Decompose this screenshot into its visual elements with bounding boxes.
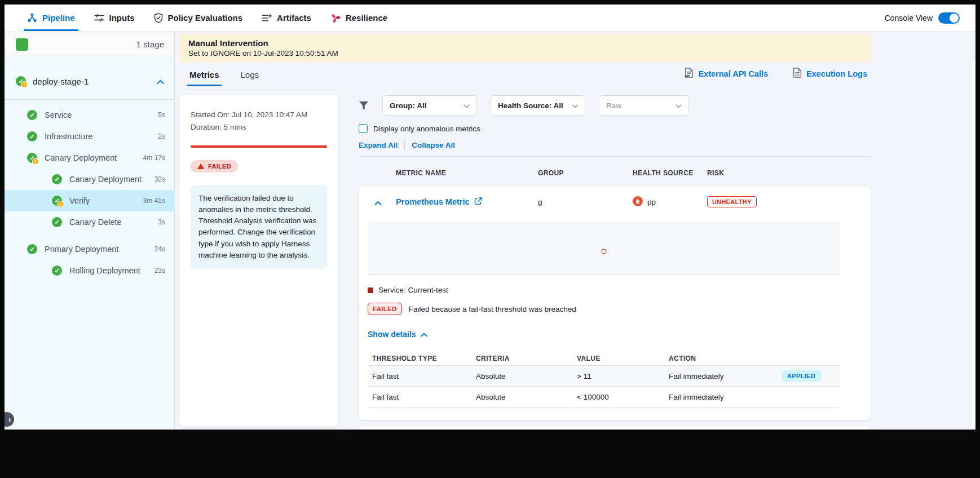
step-duration: 4m 17s	[143, 154, 165, 162]
step-duration: 24s	[154, 245, 165, 253]
collapse-all-link[interactable]: Collapse All	[412, 141, 455, 149]
verification-message: The verification failed due to anomalies…	[191, 185, 327, 269]
step-service[interactable]: Service 5s	[5, 104, 174, 126]
anomalous-checkbox-label: Display only anomalous metrics	[373, 125, 480, 133]
verification-failure-row: FAILED Failed because a fail-fast thresh…	[368, 303, 840, 315]
step-duration: 32s	[154, 175, 165, 183]
tab-metrics[interactable]: Metrics	[187, 70, 222, 86]
step-label: Service	[45, 110, 72, 119]
tab-artifacts[interactable]: Artifacts	[262, 5, 311, 31]
external-api-calls-link[interactable]: API External API Calls	[685, 68, 768, 86]
failed-progress-bar	[191, 145, 327, 148]
step-canary-deployment[interactable]: Canary Deployment 32s	[5, 169, 174, 190]
step-infrastructure[interactable]: Infrastructure 2s	[5, 126, 174, 147]
step-canary-delete[interactable]: Canary Delete 3s	[5, 211, 174, 233]
tab-label: Resilience	[346, 13, 387, 23]
step-status-icon	[52, 265, 62, 276]
step-primary-deployment[interactable]: Primary Deployment 24s	[5, 238, 174, 260]
manual-intervention-banner: Manual Intervention Set to IGNORE on 10-…	[179, 34, 871, 63]
step-verify[interactable]: Verify 3m 41s	[5, 190, 174, 211]
expand-collapse-row: Expand All Collapse All	[359, 140, 871, 149]
verification-summary-card: Started On: Jul 10, 2023 10:47 AM Durati…	[179, 95, 338, 427]
chevron-down-icon	[572, 101, 578, 110]
vertical-divider	[404, 140, 405, 149]
stage-status-icon	[16, 76, 26, 86]
raw-transform-dropdown[interactable]: Raw	[599, 95, 689, 116]
app-window: Pipeline Inputs Policy Evaluations Artif…	[5, 5, 975, 430]
step-status-icon	[52, 174, 62, 184]
tab-pipeline[interactable]: Pipeline	[27, 5, 75, 31]
chevron-up-icon[interactable]	[374, 198, 382, 208]
anomalous-data-point-marker[interactable]	[601, 249, 606, 254]
step-rolling-deployment[interactable]: Rolling Deployment 23s	[5, 260, 174, 281]
vertical-scrollbar-track[interactable]	[972, 60, 975, 430]
stage-status-square[interactable]	[16, 38, 28, 51]
tab-inputs[interactable]: Inputs	[94, 5, 135, 31]
group-filter-dropdown[interactable]: Group: All	[382, 95, 477, 116]
metric-chart	[368, 221, 840, 275]
warning-triangle-icon	[197, 163, 204, 169]
chevron-up-icon[interactable]	[157, 77, 164, 86]
metrics-logs-tabbar: Metrics Logs API External API Calls Exec…	[179, 63, 871, 86]
failed-outline-badge: FAILED	[368, 303, 402, 315]
sidebar-collapse-button[interactable]: ›	[5, 412, 14, 427]
failed-status-badge: FAILED	[191, 160, 238, 172]
step-label: Rolling Deployment	[69, 266, 140, 275]
step-label: Canary Delete	[69, 218, 122, 227]
step-duration: 23s	[154, 267, 165, 275]
execution-sidebar: 1 stage deploy-stage-1 Service 5s Infras	[5, 32, 175, 430]
step-status-icon	[27, 131, 37, 141]
chaos-resilience-icon	[330, 13, 341, 23]
sidebar-divider	[5, 99, 174, 100]
step-label: Verify	[69, 196, 90, 205]
step-status-icon	[52, 196, 62, 206]
execution-logs-link[interactable]: Execution Logs	[793, 68, 867, 86]
anomalous-metrics-checkbox[interactable]	[359, 124, 368, 133]
risk-badge-unhealthy: UNHEALTHY	[707, 196, 757, 207]
tab-label: Policy Evaluations	[168, 13, 243, 23]
tab-label: Artifacts	[277, 13, 311, 23]
tab-label: Pipeline	[42, 13, 75, 23]
next-metric-card-partial	[359, 427, 871, 430]
step-list: Service 5s Infrastructure 2s Canary Depl…	[5, 104, 174, 281]
legend-color-swatch	[368, 287, 373, 293]
metric-detail: Service: Current-test FAILED Failed beca…	[368, 221, 840, 408]
filter-row: Group: All Health Source: All	[359, 95, 871, 116]
anomalous-filter-row: Display only anomalous metrics	[359, 124, 871, 133]
health-source-filter-dropdown[interactable]: Health Source: All	[491, 95, 585, 116]
expand-all-link[interactable]: Expand All	[359, 141, 398, 149]
threshold-row: Fail fast Absolute > 11 Fail immediately…	[368, 366, 840, 387]
tab-logs[interactable]: Logs	[239, 70, 262, 86]
step-status-icon	[27, 153, 37, 163]
metric-card-prometheus: Prometheus Metric g	[359, 186, 871, 420]
tab-policy-evaluations[interactable]: Policy Evaluations	[154, 5, 243, 31]
top-navigation-bar: Pipeline Inputs Policy Evaluations Artif…	[5, 5, 975, 32]
stage-summary-bar: 1 stage	[5, 32, 174, 57]
panel-divider	[359, 156, 871, 157]
step-duration: 2s	[158, 132, 165, 140]
step-canary-deployment-group[interactable]: Canary Deployment 4m 17s	[5, 147, 174, 169]
metric-name-link[interactable]: Prometheus Metric	[396, 197, 538, 207]
step-label: Infrastructure	[45, 132, 92, 141]
metric-health-source: pp	[633, 196, 707, 208]
execution-nav-tabs: Pipeline Inputs Policy Evaluations Artif…	[27, 5, 387, 31]
console-view-toggle[interactable]	[938, 12, 960, 24]
main-content: Manual Intervention Set to IGNORE on 10-…	[175, 32, 975, 430]
stage-name: deploy-stage-1	[33, 77, 89, 86]
tab-resilience[interactable]: Resilience	[330, 5, 387, 31]
inputs-icon	[94, 14, 104, 22]
tab-label: Inputs	[109, 13, 135, 23]
show-details-link[interactable]: Show details	[368, 330, 840, 339]
step-duration: 3s	[158, 218, 165, 226]
step-label: Canary Deployment	[69, 175, 142, 184]
metric-row: Prometheus Metric g	[368, 186, 862, 218]
stage-row-deploy-stage-1[interactable]: deploy-stage-1	[5, 70, 174, 92]
prometheus-icon	[633, 196, 643, 208]
filter-funnel-icon[interactable]	[359, 101, 369, 110]
console-view-label: Console View	[885, 14, 933, 23]
step-label: Canary Deployment	[45, 153, 117, 162]
toggle-knob	[950, 14, 959, 23]
step-label: Primary Deployment	[45, 245, 118, 254]
legend-label: Service: Current-test	[378, 286, 448, 294]
failure-reason-text: Failed because a fail-fast threshold was…	[409, 305, 576, 313]
